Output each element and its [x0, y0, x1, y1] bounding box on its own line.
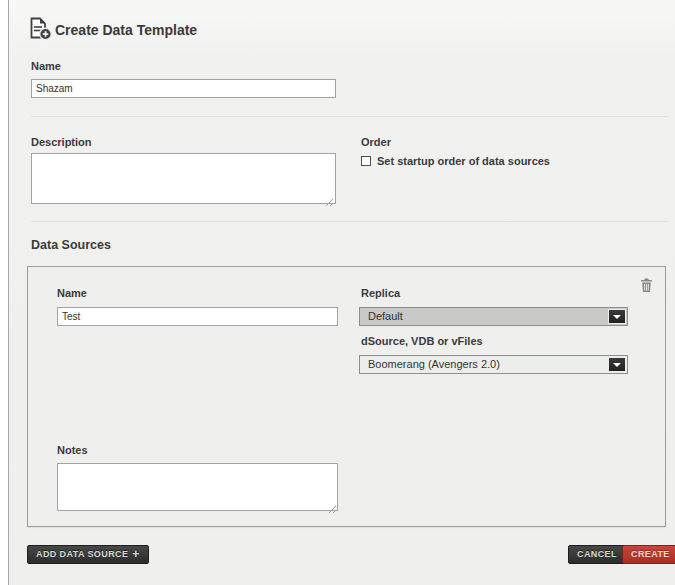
- create-label: CREATE: [631, 549, 670, 559]
- order-label: Order: [361, 136, 391, 148]
- trash-icon: [640, 281, 653, 296]
- divider: [31, 116, 668, 117]
- data-source-name-label: Name: [57, 287, 87, 299]
- data-source-card: Name Replica Default dSource, VDB or vFi…: [27, 266, 666, 527]
- replica-label: Replica: [361, 287, 400, 299]
- description-textarea[interactable]: [31, 153, 336, 204]
- caret-down-icon: [613, 315, 621, 319]
- add-data-source-button[interactable]: ADD DATA SOURCE+: [27, 545, 149, 564]
- replica-dropdown[interactable]: Default: [359, 307, 628, 326]
- data-source-name-input[interactable]: [57, 307, 338, 326]
- replica-dropdown-button[interactable]: [608, 309, 626, 324]
- data-sources-heading: Data Sources: [31, 238, 111, 252]
- document-add-icon: [27, 16, 52, 45]
- description-label: Description: [31, 136, 92, 148]
- source-type-label: dSource, VDB or vFiles: [361, 335, 483, 347]
- replica-dropdown-value: Default: [368, 308, 403, 325]
- cancel-button[interactable]: CANCEL: [568, 545, 626, 564]
- notes-textarea[interactable]: [57, 463, 338, 511]
- delete-data-source-button[interactable]: [640, 278, 653, 296]
- source-dropdown-value: Boomerang (Avengers 2.0): [368, 356, 500, 373]
- startup-order-checkbox[interactable]: [361, 156, 371, 166]
- resize-grip-icon[interactable]: [328, 500, 337, 509]
- name-input[interactable]: [31, 79, 336, 98]
- add-data-source-label: ADD DATA SOURCE: [36, 549, 128, 559]
- notes-label: Notes: [57, 444, 88, 456]
- cancel-label: CANCEL: [577, 549, 617, 559]
- plus-icon: +: [132, 547, 139, 561]
- name-label: Name: [31, 60, 61, 72]
- caret-down-icon: [613, 363, 621, 367]
- resize-grip-icon[interactable]: [325, 193, 334, 202]
- source-dropdown[interactable]: Boomerang (Avengers 2.0): [359, 355, 628, 374]
- create-button[interactable]: CREATE: [622, 545, 675, 564]
- divider: [31, 221, 668, 222]
- startup-order-checkbox-label: Set startup order of data sources: [377, 155, 550, 167]
- page-title: Create Data Template: [55, 22, 197, 38]
- create-data-template-dialog: Create Data Template Name Description Or…: [8, 0, 675, 585]
- source-dropdown-button[interactable]: [608, 357, 626, 372]
